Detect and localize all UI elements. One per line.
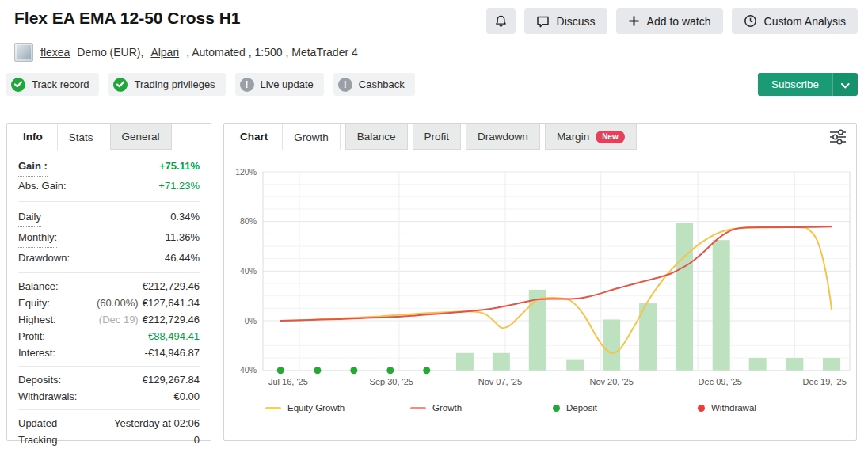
legend-item-withdrawal[interactable]: Withdrawal (698, 403, 756, 413)
stat-value: €129,267.84 (143, 371, 200, 388)
svg-text:40%: 40% (240, 266, 257, 276)
badges-row: Track recordTrading privileges!Live upda… (6, 73, 415, 96)
notifications-button[interactable] (486, 8, 516, 34)
chart-tab-growth[interactable]: Growth (282, 124, 341, 150)
account-avatar (14, 43, 33, 62)
page-title: Flex EA EMA 12-50 Cross H1 (14, 9, 241, 28)
stat-value: Yesterday at 02:06 (114, 415, 200, 432)
growth-chart[interactable]: -40%0%40%80%120%Jul 16, '25Sep 30, '25No… (224, 150, 856, 398)
tab-label: Balance (357, 131, 396, 143)
badge-label: Trading privileges (134, 78, 215, 90)
add-to-watch-button[interactable]: Add to watch (616, 8, 723, 34)
tab-label: Drawdown (478, 131, 528, 143)
legend-item-deposit[interactable]: Deposit (553, 403, 597, 413)
svg-text:0%: 0% (245, 316, 257, 325)
subscribe-dropdown[interactable] (832, 73, 858, 96)
svg-text:Nov 07, '25: Nov 07, '25 (478, 377, 522, 386)
legend-dot-swatch (698, 405, 705, 412)
sidebar-tab-stats[interactable]: Stats (57, 124, 105, 150)
chart-tab-chart[interactable]: Chart (230, 124, 277, 150)
stat-row: UpdatedYesterday at 02:06 (18, 415, 200, 432)
stat-value: (60.00%)€127,641.34 (97, 295, 200, 311)
legend-item-growth[interactable]: Growth (410, 403, 462, 413)
svg-text:80%: 80% (240, 216, 257, 226)
sidebar-tab-general[interactable]: General (110, 124, 172, 150)
stat-value-text: 0 (194, 434, 200, 446)
chart-panel: ChartGrowthBalanceProfitDrawdownMarginNe… (223, 123, 857, 441)
chart-tab-balance[interactable]: Balance (345, 124, 408, 150)
legend-item-equity-growth[interactable]: Equity Growth (265, 403, 345, 413)
stat-label: Tracking (18, 432, 57, 448)
check-icon (113, 78, 128, 92)
chat-bubble-icon (536, 15, 550, 28)
stat-group: Balance:€212,729.46Equity:(60.00%)€127,6… (18, 272, 200, 366)
stat-value-prefix: (60.00%) (97, 297, 139, 309)
subscribe-label[interactable]: Subscribe (758, 73, 832, 96)
stat-value: €0.00 (173, 388, 200, 405)
tab-label: Info (23, 131, 43, 143)
stat-label: Balance: (18, 278, 59, 295)
status-badge[interactable]: !Cashback (333, 73, 415, 96)
chart-settings-button[interactable] (828, 129, 848, 146)
stat-row: Balance:€212,729.46 (18, 278, 200, 295)
stat-row: Equity:(60.00%)€127,641.34 (18, 295, 200, 311)
stat-label: Withdrawals: (18, 388, 77, 405)
stat-value-text: Yesterday at 02:06 (114, 417, 200, 429)
account-info-2: , Automated , 1:500 , MetaTrader 4 (186, 46, 358, 59)
stat-value: €88,494.41 (148, 328, 200, 344)
stat-value: -€14,946.87 (145, 344, 200, 361)
stat-group: Deposits:€129,267.84Withdrawals:€0.00 (18, 366, 200, 409)
legend-dot-swatch (553, 405, 560, 412)
stat-label: Monthly: (18, 227, 57, 248)
stat-label: Equity: (18, 295, 50, 311)
tab-label: Margin (557, 131, 589, 143)
stat-value: €212,729.46 (143, 278, 200, 295)
tab-label: General (122, 131, 160, 143)
stat-value-text: -€14,946.87 (145, 347, 200, 359)
chart-tabs: ChartGrowthBalanceProfitDrawdownMarginNe… (224, 124, 856, 150)
tab-label: Profit (424, 131, 450, 143)
stat-value-text: +75.11% (159, 160, 200, 172)
chart-tab-margin[interactable]: MarginNew (545, 124, 637, 150)
bell-icon (494, 14, 508, 28)
stat-row: Deposits:€129,267.84 (18, 371, 200, 388)
badge-label: Track record (32, 78, 89, 90)
stat-row: Drawdown:46.44% (18, 248, 200, 268)
stat-value-text: 0.34% (170, 211, 200, 223)
legend-label: Withdrawal (711, 403, 756, 413)
legend-label: Equity Growth (287, 403, 345, 413)
sidebar-tab-info[interactable]: Info (13, 124, 52, 150)
stat-row: Gain :+75.11% (18, 157, 200, 177)
stat-value-text: +71.23% (158, 180, 200, 192)
chart-tab-drawdown[interactable]: Drawdown (466, 124, 540, 150)
status-badge[interactable]: !Live update (235, 73, 324, 96)
stat-value-text: €0.00 (173, 390, 200, 402)
broker-link[interactable]: Alpari (150, 46, 179, 59)
stat-value: +75.11% (159, 157, 200, 176)
tab-label: Growth (294, 131, 329, 143)
status-badge[interactable]: Track record (6, 73, 99, 96)
sliders-icon (829, 129, 847, 147)
stat-row: Monthly:11.36% (18, 227, 200, 248)
subscribe-button[interactable]: Subscribe (758, 73, 858, 96)
chart-tab-profit[interactable]: Profit (413, 124, 462, 150)
stat-label: Highest: (18, 311, 56, 328)
stat-label: Gain : (18, 157, 48, 177)
chevron-down-icon (841, 78, 850, 92)
stat-label: Abs. Gain: (18, 177, 67, 196)
stat-value: 46.44% (165, 248, 200, 268)
stat-row: Withdrawals:€0.00 (18, 388, 200, 405)
stat-group: UpdatedYesterday at 02:06Tracking0 (18, 409, 200, 449)
svg-text:-40%: -40% (237, 365, 257, 375)
stat-group: Daily0.34%Monthly:11.36%Drawdown:46.44% (18, 201, 200, 272)
status-badge[interactable]: Trading privileges (108, 73, 225, 96)
account-name-link[interactable]: flexea (40, 46, 70, 59)
add-to-watch-label: Add to watch (647, 15, 711, 28)
legend-line-swatch (410, 407, 426, 409)
custom-analysis-button[interactable]: Custom Analysis (732, 8, 858, 34)
svg-text:Jul 16, '25: Jul 16, '25 (268, 377, 308, 386)
stat-label: Updated (18, 415, 57, 432)
plus-icon (628, 15, 640, 27)
stat-value: 0 (194, 432, 200, 448)
discuss-button[interactable]: Discuss (524, 8, 607, 34)
